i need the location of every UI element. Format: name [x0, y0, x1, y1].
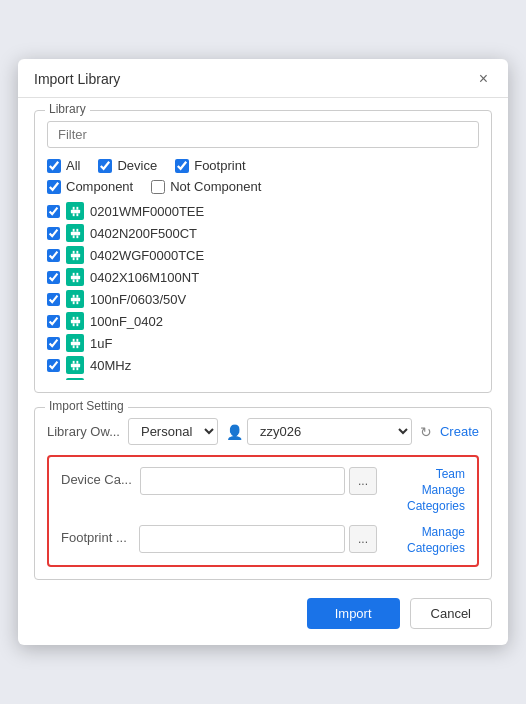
checkbox-footprint[interactable]: Footprint	[175, 158, 245, 173]
svg-rect-38	[72, 338, 74, 341]
svg-rect-44	[72, 360, 74, 363]
svg-rect-17	[76, 257, 78, 260]
svg-rect-7	[70, 231, 79, 235]
svg-rect-9	[76, 228, 78, 231]
checkbox-all[interactable]: All	[47, 158, 80, 173]
footprint-label: Footprint ...	[61, 525, 131, 545]
svg-rect-26	[72, 294, 74, 297]
svg-rect-5	[76, 213, 78, 216]
component-icon	[66, 224, 84, 242]
svg-rect-29	[76, 301, 78, 304]
dialog-body: Library All Device Footprint	[18, 98, 508, 645]
footprint-manage-link[interactable]: Manage	[422, 525, 465, 539]
list-item: 0402N200F500CT	[47, 222, 479, 244]
svg-rect-21	[76, 272, 78, 275]
svg-rect-11	[76, 235, 78, 238]
component-icon	[66, 312, 84, 330]
device-category-actions: Team Manage Categories	[385, 467, 465, 513]
import-section-legend: Import Setting	[45, 399, 128, 413]
device-team-link[interactable]: Team	[436, 467, 465, 481]
component-icon	[66, 290, 84, 308]
device-category-dots-button[interactable]: ...	[349, 467, 377, 495]
list-item: 100nF_0402	[47, 310, 479, 332]
svg-rect-22	[72, 279, 74, 282]
svg-rect-19	[70, 275, 79, 279]
svg-rect-43	[70, 363, 79, 367]
footprint-actions: Manage Categories	[385, 525, 465, 555]
device-category-row: Device Ca... ... Team Manage Categories	[61, 467, 465, 513]
component-icon	[66, 378, 84, 380]
svg-rect-4	[72, 213, 74, 216]
svg-rect-20	[72, 272, 74, 275]
close-button[interactable]: ×	[475, 69, 492, 89]
svg-rect-2	[72, 206, 74, 209]
dialog-title-bar: Import Library ×	[18, 59, 508, 98]
owner-select[interactable]: Personal Team	[128, 418, 218, 445]
import-setting-section: Import Setting Library Ow... Personal Te…	[34, 407, 492, 580]
footprint-dots-button[interactable]: ...	[349, 525, 377, 553]
svg-rect-25	[70, 297, 79, 301]
svg-rect-14	[72, 250, 74, 253]
svg-rect-15	[76, 250, 78, 253]
component-icon	[66, 202, 84, 220]
footer-row: Import Cancel	[34, 594, 492, 629]
component-list: 0201WMF0000TEE 0402N200F500CT 0402WGF000…	[47, 200, 479, 380]
svg-rect-32	[72, 316, 74, 319]
checkbox-not-component[interactable]: Not Component	[151, 179, 261, 194]
component-icon	[66, 334, 84, 352]
device-category-label: Device Ca...	[61, 467, 132, 487]
svg-rect-31	[70, 319, 79, 323]
list-item: 100nF/0603/50V	[47, 288, 479, 310]
import-library-dialog: Import Library × Library All Device Foot…	[18, 59, 508, 645]
footprint-categories-link[interactable]: Categories	[407, 541, 465, 555]
refresh-button[interactable]: ↻	[420, 424, 432, 440]
svg-rect-37	[70, 341, 79, 345]
import-button[interactable]: Import	[307, 598, 400, 629]
svg-rect-46	[72, 367, 74, 370]
svg-rect-8	[72, 228, 74, 231]
list-item: 0402WGF0000TCE	[47, 244, 479, 266]
svg-rect-16	[72, 257, 74, 260]
device-categories-link[interactable]: Categories	[407, 499, 465, 513]
device-category-input[interactable]	[140, 467, 345, 495]
component-icon	[66, 268, 84, 286]
svg-rect-35	[76, 323, 78, 326]
component-icon	[66, 356, 84, 374]
svg-rect-1	[70, 209, 79, 213]
checkbox-row-2: Component Not Component	[47, 179, 479, 194]
svg-rect-40	[72, 345, 74, 348]
list-item: 0402X106M100NT	[47, 266, 479, 288]
filter-input[interactable]	[47, 121, 479, 148]
user-select-wrapper: 👤 zzy026	[226, 418, 412, 445]
svg-rect-47	[76, 367, 78, 370]
svg-rect-39	[76, 338, 78, 341]
svg-rect-10	[72, 235, 74, 238]
red-bordered-section: Device Ca... ... Team Manage Categories …	[47, 455, 479, 567]
user-select[interactable]: zzy026	[247, 418, 412, 445]
component-icon	[66, 246, 84, 264]
list-item: 1uF	[47, 332, 479, 354]
device-category-input-wrapper: ...	[140, 467, 377, 495]
svg-rect-23	[76, 279, 78, 282]
footprint-input[interactable]	[139, 525, 345, 553]
device-manage-link[interactable]: Manage	[422, 483, 465, 497]
dialog-title-text: Import Library	[34, 71, 120, 87]
owner-row: Library Ow... Personal Team 👤 zzy026 ↻ C…	[47, 418, 479, 445]
list-item: 40MHz	[47, 354, 479, 376]
create-button[interactable]: Create	[440, 424, 479, 439]
svg-rect-41	[76, 345, 78, 348]
user-icon: 👤	[226, 424, 243, 440]
cancel-button[interactable]: Cancel	[410, 598, 492, 629]
list-item: AC0201JR-073K3L	[47, 376, 479, 380]
svg-rect-33	[76, 316, 78, 319]
checkbox-component[interactable]: Component	[47, 179, 133, 194]
checkbox-device[interactable]: Device	[98, 158, 157, 173]
svg-rect-13	[70, 253, 79, 257]
svg-rect-27	[76, 294, 78, 297]
footprint-row: Footprint ... ... Manage Categories	[61, 525, 465, 555]
svg-rect-3	[76, 206, 78, 209]
footprint-input-wrapper: ...	[139, 525, 377, 553]
library-section: Library All Device Footprint	[34, 110, 492, 393]
svg-rect-45	[76, 360, 78, 363]
list-item: 0201WMF0000TEE	[47, 200, 479, 222]
